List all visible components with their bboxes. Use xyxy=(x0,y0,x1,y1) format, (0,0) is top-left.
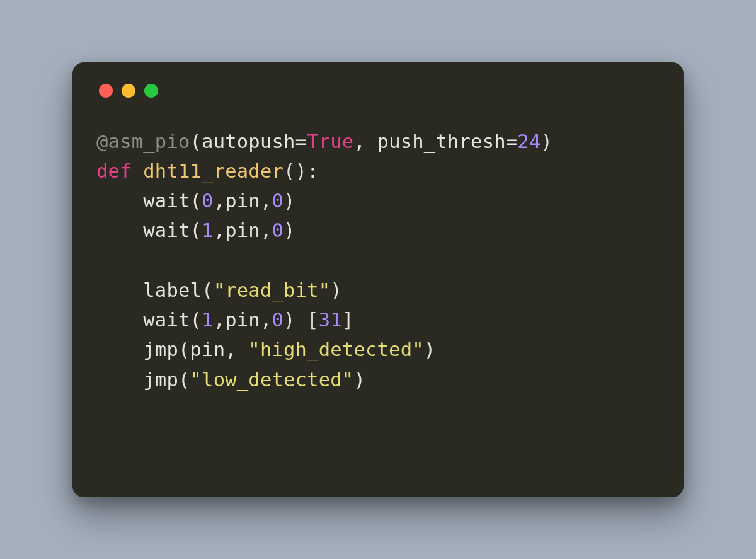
code-text: ,pin, xyxy=(214,190,272,212)
decorator: @asm_pio xyxy=(96,130,190,153)
number-literal: 31 xyxy=(319,309,342,331)
function-name: dht11_reader xyxy=(143,160,284,182)
number-literal: 1 xyxy=(202,219,214,241)
code-text: jmp( xyxy=(143,369,190,391)
indent xyxy=(96,279,143,301)
indent xyxy=(96,369,143,391)
code-block: @asm_pio(autopush=True, push_thresh=24) … xyxy=(96,127,660,395)
code-text: wait( xyxy=(143,190,202,212)
code-text: ( xyxy=(190,130,202,153)
minimize-icon[interactable] xyxy=(122,84,135,98)
code-text: ,pin, xyxy=(214,309,272,331)
indent xyxy=(96,219,143,241)
code-text: ) xyxy=(541,130,553,153)
number-literal: 0 xyxy=(202,190,214,212)
code-text: , xyxy=(353,130,377,153)
keyword-true: True xyxy=(307,130,353,153)
string-literal: "low_detected" xyxy=(190,369,354,391)
code-text: wait( xyxy=(143,309,202,331)
maximize-icon[interactable] xyxy=(144,84,158,98)
number-literal: 0 xyxy=(272,219,284,241)
code-text: ] xyxy=(342,309,354,331)
window-controls xyxy=(99,84,660,98)
code-text: autopush= xyxy=(202,130,307,153)
code-text: jmp(pin, xyxy=(143,338,248,360)
code-text: push_thresh= xyxy=(377,130,518,153)
number-literal: 0 xyxy=(272,309,284,331)
number-literal: 0 xyxy=(272,190,284,212)
code-text: ) xyxy=(284,190,295,212)
number-literal: 1 xyxy=(202,309,214,331)
indent xyxy=(96,338,143,360)
code-text: ) [ xyxy=(284,309,319,331)
indent xyxy=(96,190,143,212)
string-literal: "high_detected" xyxy=(248,338,423,360)
code-text: ) xyxy=(284,219,295,241)
code-text: wait( xyxy=(143,219,202,241)
number-literal: 24 xyxy=(517,130,541,153)
code-text: ) xyxy=(353,369,365,391)
code-text: ) xyxy=(424,338,436,360)
close-icon[interactable] xyxy=(99,84,113,98)
indent xyxy=(96,309,143,331)
code-window: @asm_pio(autopush=True, push_thresh=24) … xyxy=(72,62,684,497)
keyword-def: def xyxy=(96,160,143,182)
code-text: ) xyxy=(330,279,342,301)
code-text: (): xyxy=(284,160,319,182)
string-literal: "read_bit" xyxy=(214,279,331,301)
code-text: label( xyxy=(143,279,213,301)
code-text: ,pin, xyxy=(214,219,272,241)
